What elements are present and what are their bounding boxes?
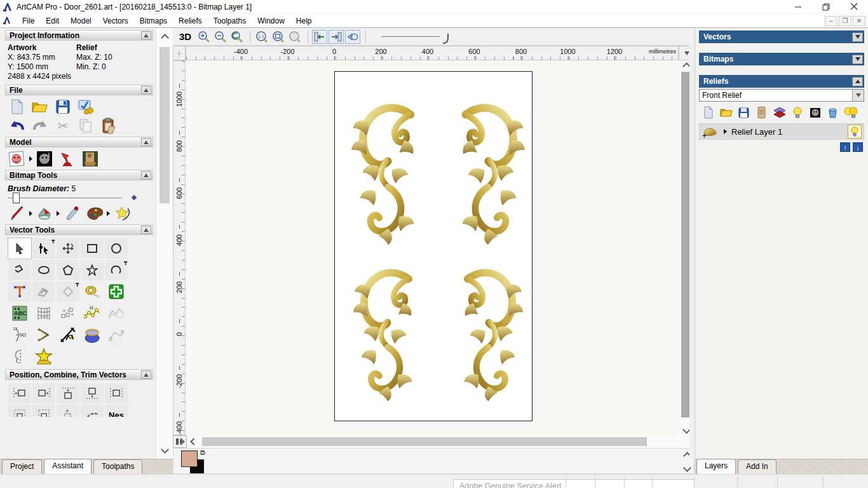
scroll-up-icon[interactable]: [160, 33, 169, 42]
text-block-icon[interactable]: ABC: [8, 302, 32, 324]
zoom-out-icon[interactable]: [213, 30, 228, 44]
collapse-section-button[interactable]: [141, 370, 151, 379]
create-arc-icon[interactable]: ┳: [104, 259, 128, 281]
transform-vectors-icon[interactable]: [56, 238, 80, 259]
node-editing-icon[interactable]: ┳: [32, 238, 56, 259]
collapse-section-button[interactable]: [141, 31, 151, 39]
menu-item-bitmaps[interactable]: Bitmaps: [134, 15, 173, 27]
tab-toolpaths[interactable]: Toolpaths: [93, 459, 142, 474]
new-model-icon[interactable]: [9, 99, 25, 114]
view-3d-button[interactable]: 3D: [179, 31, 191, 42]
layer-visibility-button[interactable]: [848, 125, 862, 139]
relief-ornament-bottom-left[interactable]: [352, 266, 430, 405]
save-relief-icon[interactable]: [737, 106, 750, 119]
paste-special-icon[interactable]: [104, 281, 128, 302]
relief-ornament-top-left[interactable]: [351, 101, 432, 248]
colour-picker-icon[interactable]: [64, 206, 80, 221]
dropdown-arrow-icon[interactable]: [852, 90, 864, 101]
greyscale-preview-icon[interactable]: [808, 106, 822, 119]
scroll-down-icon[interactable]: [160, 445, 169, 454]
open-model-icon[interactable]: [32, 99, 48, 114]
notification-popup[interactable]: Adobe Genuine Service Alert: [453, 479, 695, 488]
redo-icon[interactable]: [32, 118, 48, 133]
envelope-distort-icon[interactable]: [32, 302, 56, 324]
trim-vectors-icon[interactable]: [56, 324, 80, 346]
collapse-section-button[interactable]: [141, 171, 151, 179]
model-wizard-icon[interactable]: [78, 99, 94, 114]
relief-clipart-icon[interactable]: [755, 106, 768, 119]
expand-section-button[interactable]: [852, 32, 863, 42]
slider-handle[interactable]: [13, 193, 20, 203]
tab-assistant[interactable]: Assistant: [44, 459, 92, 474]
dock-left-icon[interactable]: [312, 30, 327, 44]
panel-splitter[interactable]: [689, 28, 695, 459]
collapse-section-button[interactable]: [141, 86, 151, 94]
set-model-size-icon[interactable]: [9, 151, 25, 166]
menu-item-toolpaths[interactable]: Toolpaths: [208, 15, 252, 27]
undo-icon[interactable]: [9, 118, 25, 133]
fillet-icon[interactable]: ┳: [56, 281, 80, 302]
relief-layer-name[interactable]: Relief Layer 1: [731, 127, 848, 137]
relief-layer-row[interactable]: + Relief Layer 1: [699, 123, 864, 140]
expand-section-button[interactable]: [852, 55, 863, 64]
horizontal-scrollbar[interactable]: [173, 435, 695, 448]
menu-item-window[interactable]: Window: [252, 15, 290, 27]
create-rectangle-icon[interactable]: [80, 238, 104, 259]
tab-layers[interactable]: Layers: [696, 459, 736, 474]
toggle-visibility-icon[interactable]: [790, 106, 804, 119]
move-layer-up-icon[interactable]: ↑: [840, 142, 850, 152]
fit-polyline-icon[interactable]: [80, 302, 104, 324]
center-in-page2-icon[interactable]: [32, 404, 56, 417]
restore-button[interactable]: [812, 0, 840, 14]
menu-item-edit[interactable]: Edit: [40, 15, 65, 27]
collapse-section-button[interactable]: [141, 226, 151, 234]
model-viewport[interactable]: [186, 60, 679, 435]
zoom-in-icon[interactable]: [196, 30, 212, 44]
menu-item-vectors[interactable]: Vectors: [97, 15, 134, 27]
align-left-icon[interactable]: [8, 383, 32, 404]
fit-arc-icon[interactable]: [8, 324, 32, 346]
ruler-origin-icon[interactable]: ┼: [173, 46, 186, 60]
dock-right-icon[interactable]: [329, 30, 344, 44]
menu-item-file[interactable]: File: [17, 15, 40, 27]
paste-along-curve-icon[interactable]: [80, 404, 104, 417]
model-dimensions-icon[interactable]: [36, 151, 53, 166]
collapse-section-button[interactable]: [852, 77, 863, 86]
flood-fill-icon[interactable]: [36, 206, 53, 221]
nesting-icon[interactable]: Nes: [104, 404, 128, 417]
scroll-left-icon[interactable]: [189, 437, 198, 446]
relief-ornament-top-right[interactable]: [444, 101, 526, 248]
paste-icon[interactable]: [100, 118, 117, 133]
new-relief-layer-icon[interactable]: [702, 106, 715, 119]
paint-brush-icon[interactable]: [9, 206, 25, 221]
create-polyline-icon[interactable]: [8, 259, 32, 281]
open-relief-icon[interactable]: [719, 106, 733, 119]
expand-layer-icon[interactable]: [724, 129, 727, 134]
show-all-layers-icon[interactable]: [844, 106, 857, 119]
scrollbar-thumb[interactable]: [681, 72, 690, 417]
model-sheet[interactable]: [334, 71, 532, 421]
flyout-arrow-icon[interactable]: [29, 156, 32, 161]
create-text-icon[interactable]: [8, 281, 32, 302]
extrude-icon[interactable]: [80, 324, 104, 346]
zoom-cursor-icon[interactable]: [345, 30, 360, 44]
brush-diameter-slider[interactable]: [8, 198, 122, 198]
block-paste-icon[interactable]: [56, 302, 80, 324]
mdi-close-button[interactable]: ✕: [853, 16, 865, 26]
menu-item-help[interactable]: Help: [290, 15, 318, 27]
mirror-half-icon[interactable]: [8, 346, 32, 367]
join-vectors-icon[interactable]: [32, 324, 56, 346]
save-model-icon[interactable]: [55, 99, 71, 114]
create-circle-icon[interactable]: [104, 238, 128, 259]
zoom-1to1-icon[interactable]: 1:1: [254, 30, 269, 44]
move-layer-down-icon[interactable]: ↓: [853, 142, 863, 152]
spline-icon[interactable]: [104, 324, 128, 346]
center-in-page-icon[interactable]: [8, 404, 32, 417]
create-ellipse-icon[interactable]: [32, 259, 56, 281]
load-bitmap-icon[interactable]: [82, 151, 98, 166]
colour-swatches[interactable]: ⧉: [181, 451, 210, 473]
magic-wand-icon[interactable]: [114, 206, 130, 221]
scroll-right-icon[interactable]: [177, 437, 186, 446]
collapse-section-button[interactable]: [141, 138, 151, 146]
flyout-arrow-icon[interactable]: [29, 211, 32, 216]
